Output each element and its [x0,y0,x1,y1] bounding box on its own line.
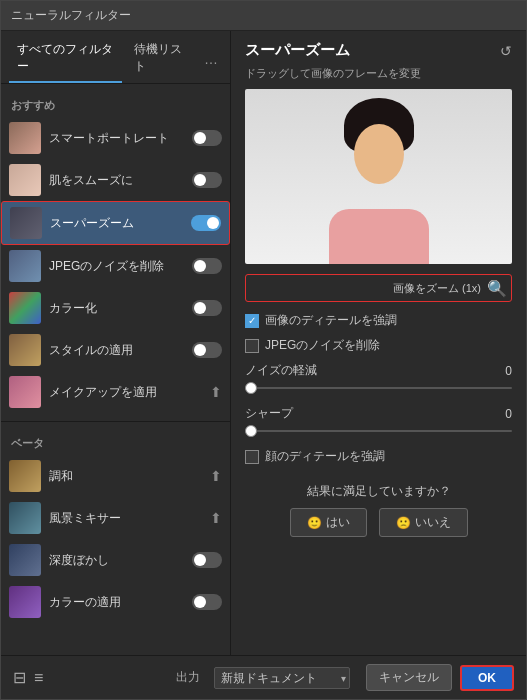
bottom-left-icons: ⊟ ≡ [13,668,43,687]
reset-icon[interactable]: ↺ [500,43,512,59]
filter-item-makeup[interactable]: メイクアップを適用 ⬆ [1,371,230,413]
sharp-slider-label: シャープ [245,405,293,422]
upload-icon-harmony: ⬆ [210,468,222,484]
filter-item-super-zoom[interactable]: スーパーズーム [1,201,230,245]
filter-item-style[interactable]: スタイルの適用 [1,329,230,371]
filter-thumb-makeup [9,376,41,408]
filter-thumb-smart-portrait [9,122,41,154]
separator-1 [1,421,230,422]
filter-item-landscape[interactable]: 風景ミキサー ⬆ [1,497,230,539]
bottom-bar: ⊟ ≡ 出力 新規ドキュメント スマートフィルター 現在のレイヤー 新規レイヤー… [1,655,526,699]
filter-thumb-jpeg-noise [9,250,41,282]
filter-thumb-landscape [9,502,41,534]
option-row-face-detail: 顔のディテールを強調 [245,448,512,465]
checkbox-enhance-detail[interactable] [245,314,259,328]
zoom-icon[interactable]: 🔍 [487,279,505,297]
neural-filter-panel: ニューラルフィルター すべてのフィルター 待機リスト … おすすめ [0,0,527,700]
panel-title-bar: ニューラルフィルター [1,1,526,31]
sharp-slider-track[interactable] [245,424,512,438]
checkbox-jpeg-remove[interactable] [245,339,259,353]
toggle-color-apply[interactable] [192,594,222,610]
cancel-button[interactable]: キャンセル [366,664,452,691]
toggle-smart-portrait[interactable] [192,130,222,146]
checkbox-face-detail[interactable] [245,450,259,464]
option-label-jpeg-remove: JPEGのノイズを削除 [265,337,380,354]
output-label: 出力 [176,669,200,686]
ok-button[interactable]: OK [460,665,514,691]
filter-item-harmony[interactable]: 調和 ⬆ [1,455,230,497]
toggle-jpeg-noise[interactable] [192,258,222,274]
filter-item-depth-blur[interactable]: 深度ぼかし [1,539,230,581]
filter-thumb-skin-smooth [9,164,41,196]
toggle-skin-smooth[interactable] [192,172,222,188]
tab-more[interactable]: … [200,47,222,73]
sidebar: すべてのフィルター 待機リスト … おすすめ スマートポートレート [1,31,231,655]
filter-name-skin-smooth: 肌をスムーズに [49,172,192,189]
upload-icon-makeup: ⬆ [210,384,222,400]
preview-background [245,89,512,264]
zoom-bar: 画像をズーム (1x) 🔍 [245,274,512,302]
filter-thumb-super-zoom [10,207,42,239]
sidebar-tabs: すべてのフィルター 待機リスト … [1,31,230,84]
filter-name-colorize: カラー化 [49,300,192,317]
filter-item-smart-portrait[interactable]: スマートポートレート [1,117,230,159]
filter-name-makeup: メイクアップを適用 [49,384,210,401]
option-label-face-detail: 顔のディテールを強調 [265,448,385,465]
noise-slider-section: ノイズの軽減 0 [245,362,512,395]
noise-slider-value: 0 [505,364,512,378]
toggle-super-zoom[interactable] [191,215,221,231]
filter-name-jpeg-noise: JPEGのノイズを削除 [49,258,192,275]
satisfaction-yes-button[interactable]: 🙂 はい [290,508,367,537]
filter-name-style: スタイルの適用 [49,342,192,359]
filter-thumb-style [9,334,41,366]
filter-name-harmony: 調和 [49,468,210,485]
sidebar-filter-list: おすすめ スマートポートレート 肌をスムーズに スーパーズーム [1,84,230,655]
noise-slider-bg [245,387,512,389]
portrait-face [354,124,404,184]
filter-name-landscape: 風景ミキサー [49,510,210,527]
sharp-slider-section: シャープ 0 [245,405,512,438]
zoom-label: 画像をズーム (1x) [252,281,481,296]
tab-waitlist[interactable]: 待機リスト [126,37,196,83]
filter-item-color-apply[interactable]: カラーの適用 [1,581,230,623]
option-row-jpeg-remove: JPEGのノイズを削除 [245,337,512,354]
filter-thumb-color-apply [9,586,41,618]
filter-item-colorize[interactable]: カラー化 [1,287,230,329]
right-panel-title: スーパーズーム [245,41,350,60]
toggle-colorize[interactable] [192,300,222,316]
sharp-slider-handle[interactable] [245,425,257,437]
option-row-enhance-detail: 画像のディテールを強調 [245,312,512,329]
sharp-slider-value: 0 [505,407,512,421]
tab-all-filters[interactable]: すべてのフィルター [9,37,122,83]
satisfaction-label: 結果に満足していますか？ [245,483,512,500]
satisfaction-buttons: 🙂 はい 🙁 いいえ [245,508,512,537]
panel-title: ニューラルフィルター [11,8,131,22]
yes-label: はい [326,514,350,531]
panel-body: すべてのフィルター 待機リスト … おすすめ スマートポートレート [1,31,526,655]
filter-thumb-colorize [9,292,41,324]
layers-icon[interactable]: ⊟ [13,668,26,687]
satisfaction-no-button[interactable]: 🙁 いいえ [379,508,468,537]
option-label-enhance-detail: 画像のディテールを強調 [265,312,397,329]
toggle-style[interactable] [192,342,222,358]
toggle-depth-blur[interactable] [192,552,222,568]
preview-image-container[interactable] [245,89,512,264]
right-panel-title-row: スーパーズーム ↺ [245,41,512,60]
filter-thumb-harmony [9,460,41,492]
filter-name-smart-portrait: スマートポートレート [49,130,192,147]
stack-icon[interactable]: ≡ [34,669,43,687]
filter-item-skin-smooth[interactable]: 肌をスムーズに [1,159,230,201]
upload-icon-landscape: ⬆ [210,510,222,526]
filter-item-jpeg-noise[interactable]: JPEGのノイズを削除 [1,245,230,287]
output-select[interactable]: 新規ドキュメント スマートフィルター 現在のレイヤー 新規レイヤー [214,667,350,689]
noise-slider-handle[interactable] [245,382,257,394]
noise-slider-track[interactable] [245,381,512,395]
sad-icon: 🙁 [396,516,411,530]
portrait-body [329,209,429,264]
output-select-wrapper: 新規ドキュメント スマートフィルター 現在のレイヤー 新規レイヤー [214,667,350,689]
drag-hint: ドラッグして画像のフレームを変更 [245,66,512,81]
section-recommended-label: おすすめ [1,92,230,117]
filter-name-color-apply: カラーの適用 [49,594,192,611]
filter-name-super-zoom: スーパーズーム [50,215,191,232]
sharp-slider-row: シャープ 0 [245,405,512,422]
